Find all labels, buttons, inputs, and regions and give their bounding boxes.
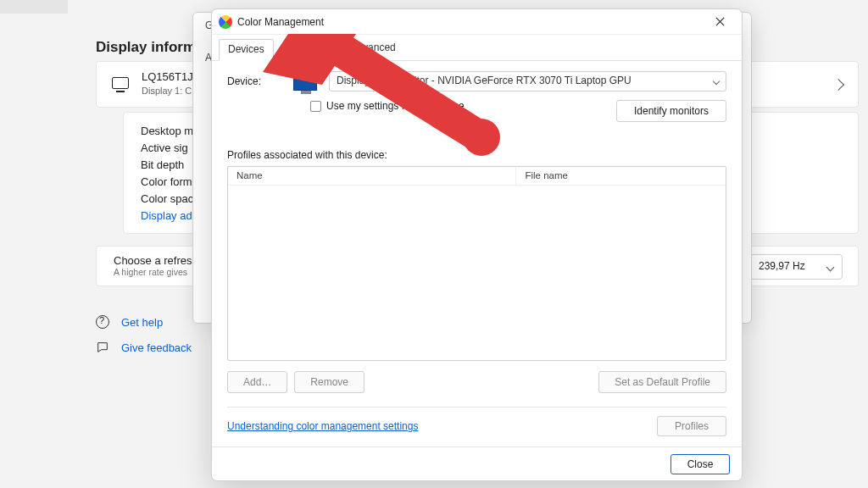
understanding-link[interactable]: Understanding color management settings bbox=[227, 420, 418, 432]
refresh-rate-dropdown[interactable]: 239,97 Hz bbox=[749, 254, 843, 280]
use-my-settings-label: Use my settings for this device bbox=[326, 100, 465, 112]
device-dropdown[interactable]: Display PnP Monitor - NVIDIA GeForce RTX… bbox=[329, 71, 726, 92]
monitor-icon bbox=[112, 77, 129, 89]
display-sub: Display 1: C bbox=[142, 86, 192, 96]
profiles-listview[interactable]: Name File name bbox=[227, 166, 726, 361]
tab-all-profiles[interactable]: All Profiles bbox=[275, 38, 341, 60]
divider bbox=[227, 407, 726, 408]
profiles-button[interactable]: Profiles bbox=[657, 416, 726, 436]
chevron-up-icon bbox=[832, 79, 844, 91]
window-title: Color Management bbox=[237, 16, 324, 28]
column-name[interactable]: Name bbox=[228, 167, 516, 185]
refresh-rate-value: 239,97 Hz bbox=[759, 260, 805, 272]
chevron-down-icon bbox=[713, 78, 720, 85]
give-feedback-link[interactable]: Give feedback bbox=[121, 341, 192, 354]
color-management-dialog: Color Management Devices All Profiles Ad… bbox=[211, 8, 743, 481]
set-default-button[interactable]: Set as Default Profile bbox=[598, 371, 726, 393]
give-feedback-row[interactable]: Give feedback bbox=[96, 341, 192, 354]
titlebar: Color Management bbox=[212, 9, 742, 35]
help-icon bbox=[96, 315, 109, 329]
dialog-footer: Close bbox=[212, 446, 742, 480]
close-icon[interactable] bbox=[704, 9, 735, 34]
listview-header: Name File name bbox=[228, 167, 726, 186]
profiles-associated-label: Profiles associated with this device: bbox=[227, 149, 726, 161]
add-button[interactable]: Add… bbox=[227, 371, 287, 393]
close-button[interactable]: Close bbox=[670, 454, 730, 474]
device-value: Display PnP Monitor - NVIDIA GeForce RTX… bbox=[337, 75, 632, 86]
dialog-tabs: Devices All Profiles Advanced bbox=[212, 35, 742, 61]
tab-devices[interactable]: Devices bbox=[219, 39, 274, 61]
dialog-body: Device: Display PnP Monitor - NVIDIA GeF… bbox=[212, 61, 742, 446]
monitor-icon bbox=[293, 72, 317, 91]
chevron-down-icon bbox=[826, 263, 835, 272]
use-my-settings-checkbox[interactable] bbox=[310, 101, 321, 112]
profile-buttons: Add… Remove Set as Default Profile bbox=[227, 371, 726, 393]
device-row: Device: Display PnP Monitor - NVIDIA GeF… bbox=[227, 71, 726, 92]
get-help-link[interactable]: Get help bbox=[121, 316, 163, 329]
device-label: Device: bbox=[227, 75, 281, 87]
color-wheel-icon bbox=[219, 15, 232, 29]
column-file[interactable]: File name bbox=[516, 167, 726, 185]
link-row: Understanding color management settings … bbox=[227, 416, 726, 436]
identify-monitors-button[interactable]: Identify monitors bbox=[616, 100, 726, 122]
feedback-icon bbox=[96, 341, 109, 354]
bg-stripe bbox=[0, 0, 68, 14]
remove-button[interactable]: Remove bbox=[294, 371, 364, 393]
get-help-row[interactable]: Get help bbox=[96, 315, 163, 329]
tab-advanced[interactable]: Advanced bbox=[342, 38, 403, 60]
